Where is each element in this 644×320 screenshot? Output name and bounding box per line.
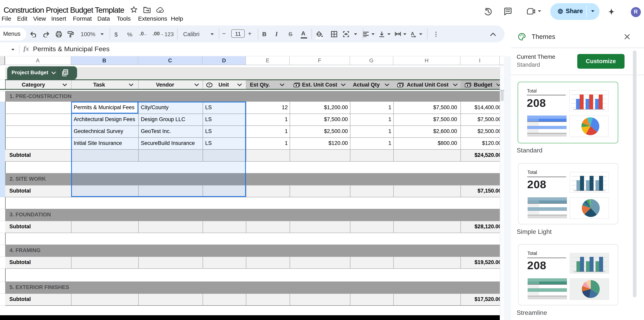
svg-text:A: A xyxy=(411,31,414,36)
